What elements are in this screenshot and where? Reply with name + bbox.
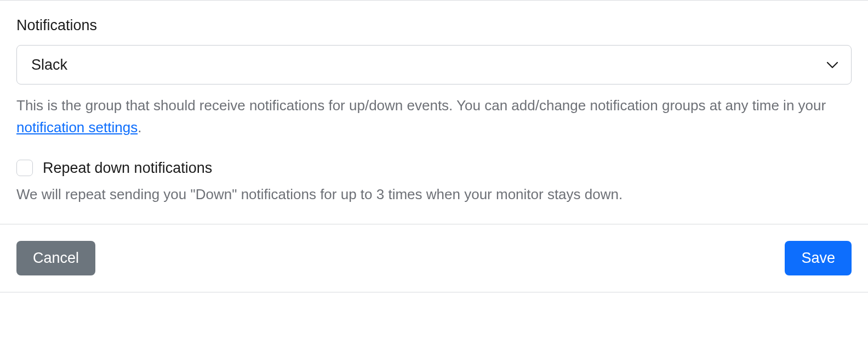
notifications-label: Notifications	[16, 17, 852, 34]
help-text-prefix: This is the group that should receive no…	[16, 97, 826, 114]
notification-group-selected: Slack	[31, 57, 67, 74]
cancel-button[interactable]: Cancel	[16, 241, 95, 275]
repeat-notifications-help: We will repeat sending you "Down" notifi…	[16, 183, 852, 205]
form-footer: Cancel Save	[0, 224, 868, 292]
notification-group-select[interactable]: Slack	[16, 45, 852, 84]
notification-group-select-wrapper: Slack	[16, 45, 852, 84]
save-button[interactable]: Save	[785, 241, 852, 275]
repeat-notifications-label[interactable]: Repeat down notifications	[43, 160, 212, 177]
notification-settings-link[interactable]: notification settings	[16, 119, 138, 136]
notification-group-help: This is the group that should receive no…	[16, 94, 852, 139]
repeat-notifications-row: Repeat down notifications	[16, 160, 852, 177]
repeat-notifications-checkbox[interactable]	[16, 160, 33, 176]
help-text-suffix: .	[138, 119, 141, 136]
notifications-section: Notifications Slack This is the group th…	[0, 0, 868, 224]
